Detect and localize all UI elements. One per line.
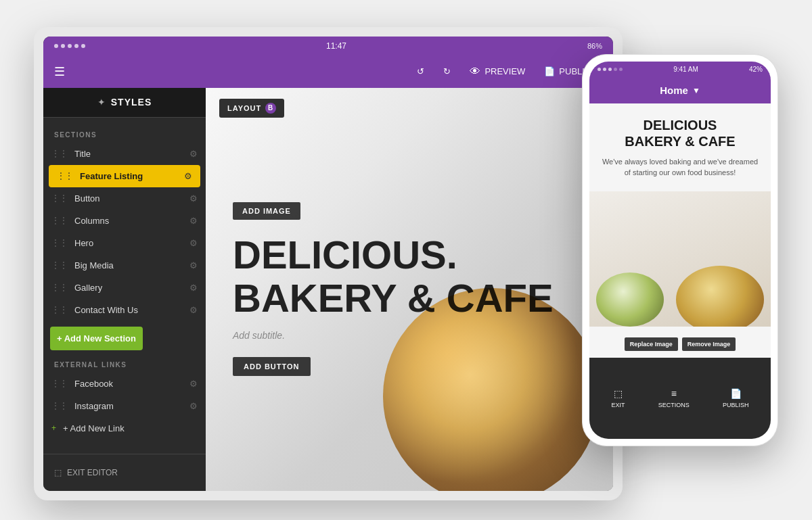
phone-publish-button[interactable]: 📄 PUBLISH	[723, 388, 749, 408]
drag-handle-facebook: ⋮⋮	[51, 379, 68, 388]
add-image-button[interactable]: ADD IMAGE	[233, 202, 300, 220]
drag-handle-icon: ⋮⋮	[51, 149, 68, 158]
styles-header: ✦ STYLES	[43, 88, 206, 118]
sidebar-item-facebook[interactable]: ⋮⋮ Facebook ⚙	[43, 373, 206, 395]
item-label-instagram: Instagram	[74, 401, 189, 411]
replace-image-button[interactable]: Replace Image	[625, 337, 678, 351]
gear-icon-title[interactable]: ⚙	[189, 149, 198, 159]
phone-nav: Home ▼	[589, 78, 771, 103]
phone-footer-bar: ⬚ EXIT ≡ SECTIONS 📄 PUBLISH	[589, 358, 771, 439]
scene: 11:47 86% ☰ ↺ ↻ 👁 PREVIEW	[34, 14, 778, 507]
gear-icon-hero[interactable]: ⚙	[189, 238, 198, 248]
gear-icon-instagram[interactable]: ⚙	[189, 401, 198, 411]
sidebar: ✦ STYLES SECTIONS ⋮⋮ Title ⚙ ⋮⋮	[43, 88, 206, 491]
tablet-content: ✦ STYLES SECTIONS ⋮⋮ Title ⚙ ⋮⋮	[43, 88, 613, 491]
dot-1	[54, 44, 58, 48]
exit-footer-icon: ⬚	[614, 388, 623, 399]
preview-button[interactable]: 👁 PREVIEW	[464, 63, 531, 80]
redo-button[interactable]: ↻	[438, 64, 456, 79]
tablet-status-bar: 11:47 86%	[43, 37, 613, 55]
drag-handle-button: ⋮⋮	[51, 193, 68, 203]
tablet-battery: 86%	[587, 42, 602, 50]
gear-icon-feature[interactable]: ⚙	[184, 171, 192, 181]
sidebar-item-gallery[interactable]: ⋮⋮ Gallery ⚙	[43, 277, 206, 299]
sections-label: SECTIONS	[43, 126, 206, 143]
drag-handle-hero: ⋮⋮	[51, 238, 68, 247]
phone-status-bar: 9:41 AM 42%	[589, 62, 771, 78]
phone-nav-title: Home	[660, 85, 688, 96]
phone-inner: 9:41 AM 42% Home ▼ DELICIOUSBAKERY & CAF…	[589, 62, 771, 439]
exit-footer-label: EXIT	[612, 402, 625, 408]
dot-5	[81, 44, 85, 48]
exit-icon: ⬚	[54, 468, 62, 477]
menu-icon[interactable]: ☰	[54, 64, 65, 79]
preview-label: PREVIEW	[484, 66, 525, 76]
sidebar-item-contact[interactable]: ⋮⋮ Contact With Us ⚙	[43, 299, 206, 321]
remove-image-button[interactable]: Remove Image	[682, 337, 736, 351]
phone-text-section: DELICIOUSBAKERY & CAFE We've always love…	[589, 103, 771, 187]
sidebar-item-feature-listing[interactable]: ⋮⋮ Feature Listing ⚙	[49, 165, 200, 187]
drag-handle-feature: ⋮⋮	[57, 171, 73, 181]
hero-title: DELICIOUS.BAKERY & CAFE	[233, 233, 554, 320]
tablet-time: 11:47	[326, 41, 346, 51]
eye-icon: 👁	[470, 66, 480, 78]
item-label-title: Title	[74, 149, 189, 159]
drag-handle-columns: ⋮⋮	[51, 216, 68, 225]
phone-sections-button[interactable]: ≡ SECTIONS	[658, 388, 690, 408]
dot-2	[61, 44, 65, 48]
add-button-button[interactable]: ADD BUTTON	[233, 357, 311, 376]
publish-footer-label: PUBLISH	[723, 402, 749, 408]
main-canvas: LAYOUT B ADD IMAGE DELICIOUS.BAKERY & CA…	[206, 88, 613, 491]
sidebar-scroll-area: SECTIONS ⋮⋮ Title ⚙ ⋮⋮ Feature Listing ⚙	[43, 118, 206, 454]
sidebar-item-instagram[interactable]: ⋮⋮ Instagram ⚙	[43, 395, 206, 417]
undo-icon: ↺	[417, 66, 424, 76]
exit-editor-button[interactable]: ⬚ EXIT EDITOR	[43, 463, 206, 483]
sidebar-footer: ⬚ EXIT EDITOR	[43, 454, 206, 491]
item-label-columns: Columns	[74, 216, 189, 226]
dot-3	[68, 44, 72, 48]
tablet-toolbar: ☰ ↺ ↻ 👁 PREVIEW 📄 PUBLISH	[43, 55, 613, 88]
gear-icon-facebook[interactable]: ⚙	[189, 379, 198, 389]
drag-handle-gallery: ⋮⋮	[51, 283, 68, 292]
phone-signal	[597, 68, 623, 71]
exit-editor-label: EXIT EDITOR	[67, 468, 118, 477]
phone-time: 9:41 AM	[673, 66, 698, 73]
drag-handle-instagram: ⋮⋮	[51, 401, 68, 410]
phone-exit-button[interactable]: ⬚ EXIT	[612, 388, 625, 408]
drag-handle-big-media: ⋮⋮	[51, 260, 68, 270]
external-links-label: EXTERNAL LINKS	[43, 356, 206, 373]
phone-image-area	[589, 191, 771, 327]
gear-icon-contact[interactable]: ⚙	[189, 305, 198, 315]
sections-footer-label: SECTIONS	[658, 402, 690, 408]
add-new-link-item[interactable]: + + Add New Link	[43, 417, 206, 440]
item-label-button: Button	[74, 193, 189, 204]
undo-button[interactable]: ↺	[411, 64, 430, 79]
phone-hero-description: We've always loved baking and we've drea…	[600, 156, 760, 179]
publish-icon: 📄	[544, 66, 555, 76]
item-label-facebook: Facebook	[74, 379, 189, 389]
sidebar-item-big-media[interactable]: ⋮⋮ Big Media ⚙	[43, 254, 206, 277]
publish-footer-icon: 📄	[730, 388, 742, 399]
sections-footer-icon: ≡	[671, 388, 677, 399]
item-label-big-media: Big Media	[74, 260, 189, 270]
phone-hero-title: DELICIOUSBAKERY & CAFE	[600, 117, 760, 149]
gear-icon-gallery[interactable]: ⚙	[189, 283, 198, 293]
item-label-contact: Contact With Us	[74, 305, 189, 315]
sidebar-item-columns[interactable]: ⋮⋮ Columns ⚙	[43, 210, 206, 232]
status-dots	[54, 44, 85, 48]
hero-subtitle[interactable]: Add subtitle.	[233, 330, 285, 341]
phone-bowl-image-2	[596, 273, 664, 327]
item-label-gallery: Gallery	[74, 283, 189, 293]
sidebar-item-title[interactable]: ⋮⋮ Title ⚙	[43, 143, 206, 165]
sidebar-item-hero[interactable]: ⋮⋮ Hero ⚙	[43, 232, 206, 254]
plus-icon-link: +	[51, 423, 56, 433]
dot-4	[74, 44, 78, 48]
gear-icon-columns[interactable]: ⚙	[189, 216, 198, 226]
sidebar-item-button[interactable]: ⋮⋮ Button ⚙	[43, 187, 206, 210]
gear-icon-big-media[interactable]: ⚙	[189, 260, 198, 270]
phone-content: DELICIOUSBAKERY & CAFE We've always love…	[589, 103, 771, 439]
gear-icon-button[interactable]: ⚙	[189, 193, 198, 204]
item-label-hero: Hero	[74, 238, 189, 248]
add-new-section-button[interactable]: + Add New Section	[50, 327, 143, 350]
phone-device: 9:41 AM 42% Home ▼ DELICIOUSBAKERY & CAF…	[582, 54, 778, 446]
